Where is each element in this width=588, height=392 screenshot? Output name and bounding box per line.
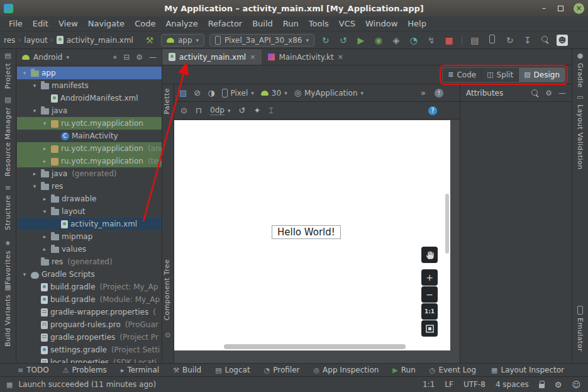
sdk-manager-icon[interactable]: ↧: [521, 35, 534, 45]
tool-button-project[interactable]: ▤Project: [0, 52, 16, 89]
gear-icon[interactable]: ⚙: [545, 89, 552, 98]
zoom-to-fit-button[interactable]: [421, 320, 438, 337]
tree-item-package-androidtest[interactable]: ▸ru.yotc.myapplication(andr: [17, 142, 162, 155]
theme-dropdown[interactable]: ◎MyApplication▾: [294, 88, 363, 98]
menu-view[interactable]: View: [53, 17, 83, 30]
close-icon[interactable]: ×: [338, 53, 343, 61]
overflow-chevron-icon[interactable]: »: [421, 88, 426, 98]
mode-design-button[interactable]: ▧Design: [518, 68, 565, 82]
help-icon[interactable]: ?: [428, 106, 437, 115]
tool-button-profiler[interactable]: ◔Profiler: [264, 366, 300, 374]
sync-project-icon[interactable]: ↻: [504, 35, 516, 45]
tree-item-build-gradle-module[interactable]: build.gradle(Module: My_Ap: [17, 293, 162, 306]
component-tree-tab[interactable]: Component Tree: [163, 259, 171, 320]
mode-code-button[interactable]: ≣Code: [443, 68, 481, 82]
apply-changes-icon[interactable]: ↻: [319, 35, 332, 45]
tool-button-event-log[interactable]: ◷Event Log: [430, 366, 476, 374]
tree-item-values[interactable]: ▸values: [17, 243, 162, 255]
tree-item-androidmanifest[interactable]: AndroidManifest.xml: [17, 92, 162, 104]
design-surface-icon[interactable]: ▨: [179, 88, 187, 98]
tree-item-package-test[interactable]: ▸ru.yotc.myapplication(test: [17, 155, 162, 167]
tree-item-settings-gradle[interactable]: settings.gradle(Project Setti: [17, 344, 162, 356]
menu-tools[interactable]: Tools: [304, 17, 334, 30]
tree-item-build-gradle-project[interactable]: build.gradle(Project: My_Ap: [17, 281, 162, 293]
component-tree-icon[interactable]: ⊙: [165, 331, 170, 339]
tool-button-app-inspection[interactable]: ◎App Inspection: [313, 366, 379, 374]
tool-button-build[interactable]: ⚒Build: [173, 366, 201, 374]
breadcrumb-layout[interactable]: layout: [24, 36, 47, 45]
pan-hand-button[interactable]: [421, 247, 438, 263]
gear-icon[interactable]: ⚙: [136, 53, 143, 62]
view-options-icon[interactable]: ⊙: [180, 106, 187, 115]
collapse-all-icon[interactable]: ⊟: [123, 53, 130, 62]
menu-navigate[interactable]: Navigate: [83, 17, 130, 30]
close-button[interactable]: ×: [574, 3, 584, 14]
tool-button-favorites[interactable]: ★Favorites: [0, 239, 16, 284]
debug-icon[interactable]: ◉: [372, 35, 385, 45]
tool-window-switcher-icon[interactable]: ▦: [6, 381, 13, 389]
tree-item-layout[interactable]: ▾layout: [17, 205, 162, 218]
vertical-scrollbar[interactable]: [445, 194, 449, 254]
breadcrumb-file[interactable]: activity_main.xml: [67, 36, 133, 45]
tool-button-logcat[interactable]: ▤Logcat: [215, 366, 250, 374]
mode-split-button[interactable]: ◫Split: [481, 68, 518, 82]
attach-debugger-icon[interactable]: ↯: [425, 35, 438, 45]
hello-world-textview[interactable]: Hello World!: [272, 225, 341, 239]
hide-panel-icon[interactable]: —: [558, 89, 566, 98]
menu-vcs[interactable]: VCS: [334, 17, 360, 30]
locate-file-icon[interactable]: ⌖: [113, 53, 117, 62]
tree-item-local-properties[interactable]: local.properties(SDK Locati: [17, 356, 162, 363]
zoom-out-button[interactable]: −: [421, 286, 438, 303]
run-icon[interactable]: ▶: [355, 35, 367, 45]
feedback-smiley-icon[interactable]: ☺: [572, 380, 580, 389]
tree-item-proguard-rules[interactable]: proguard-rules.pro(ProGuar: [17, 318, 162, 331]
device-manager-icon[interactable]: [486, 35, 499, 45]
tab-mainactivity-kt[interactable]: MainActivity.kt ×: [262, 49, 350, 65]
build-hammer-icon[interactable]: ⚒: [143, 35, 156, 45]
breadcrumb-res[interactable]: res: [4, 36, 15, 45]
menu-run[interactable]: Run: [278, 17, 304, 30]
close-icon[interactable]: ×: [250, 53, 255, 61]
magnet-autoconnect-icon[interactable]: ⊓: [196, 106, 202, 115]
menu-window[interactable]: Window: [360, 17, 402, 30]
tool-button-resource-manager[interactable]: ▨Resource Manager: [0, 96, 16, 176]
tree-item-manifests[interactable]: ▾manifests: [17, 79, 162, 92]
encoding-indicator[interactable]: UTF-8: [463, 380, 485, 389]
tree-item-res[interactable]: ▾res: [17, 180, 162, 193]
tree-item-gradle-properties[interactable]: gradle.properties(Project Pr: [17, 331, 162, 344]
menu-refactor[interactable]: Refactor: [203, 17, 248, 30]
menu-analyze[interactable]: Analyze: [160, 17, 202, 30]
tree-item-app[interactable]: ▾app: [17, 67, 162, 79]
tool-button-run[interactable]: ▶Run: [392, 366, 415, 374]
tree-item-mainactivity[interactable]: CMainActivity: [17, 130, 162, 142]
tool-button-todo[interactable]: ≡TODO: [18, 366, 49, 374]
stop-icon[interactable]: ■: [443, 35, 455, 45]
issue-panel-icon[interactable]: !: [435, 89, 443, 98]
tool-button-layout-validation[interactable]: ▭Layout Validation: [572, 93, 588, 170]
tab-activity-main-xml[interactable]: activity_main.xml ×: [162, 49, 262, 65]
blueprint-off-icon[interactable]: ⊘: [194, 88, 201, 98]
tool-button-structure[interactable]: ≡Structure: [0, 184, 16, 230]
tree-item-package[interactable]: ▾ru.yotc.myapplication: [17, 117, 162, 130]
night-mode-icon[interactable]: ◑: [208, 88, 214, 98]
api-level-dropdown[interactable]: 30▾: [261, 89, 287, 98]
menu-edit[interactable]: Edit: [28, 17, 53, 30]
tree-item-java-generated[interactable]: ▸java(generated): [17, 167, 162, 180]
tree-item-gradle-scripts[interactable]: ▾Gradle Scripts: [17, 268, 162, 281]
default-margin-dropdown[interactable]: 0dp▾: [210, 106, 230, 115]
profile-avatar[interactable]: ☻: [557, 35, 568, 46]
line-ending-indicator[interactable]: LF: [445, 380, 453, 389]
menu-code[interactable]: Code: [130, 17, 160, 30]
clear-constraints-icon[interactable]: ↺: [238, 106, 245, 115]
apply-code-changes-icon[interactable]: ↺: [337, 35, 350, 45]
design-canvas[interactable]: Hello World!: [174, 120, 450, 350]
menu-file[interactable]: File: [4, 17, 28, 30]
minimize-button[interactable]: –: [536, 1, 552, 16]
indent-indicator[interactable]: 4 spaces: [496, 380, 529, 389]
maximize-button[interactable]: [552, 1, 569, 16]
device-dropdown[interactable]: Pixel_3a_API_30_x86 ▾: [209, 34, 314, 47]
menu-build[interactable]: Build: [247, 17, 278, 30]
tool-button-layout-inspector[interactable]: ▦Layout Inspector: [491, 366, 564, 374]
tool-windows-icon[interactable]: ▤: [469, 35, 481, 45]
lock-icon[interactable]: [539, 384, 545, 388]
